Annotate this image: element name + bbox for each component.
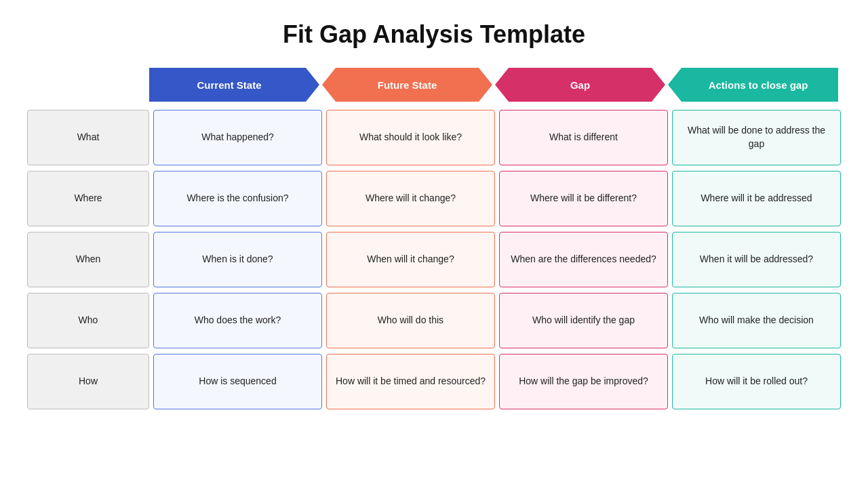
cell-when-gap: When are the differences needed? — [499, 232, 668, 287]
cell-when-current: When is it done? — [153, 232, 322, 287]
cell-how-gap: How will the gap be improved? — [499, 354, 668, 409]
cell-who-gap: Who will identify the gap — [499, 293, 668, 348]
row-label-where: Where — [27, 171, 149, 226]
header-row: Current State Future State Gap Actions t… — [27, 68, 841, 102]
cell-what-current: What happened? — [153, 110, 322, 165]
row-label-how: How — [27, 354, 149, 409]
cell-where-actions: Where will it be addressed — [672, 171, 841, 226]
current-state-label: Current State — [197, 79, 261, 91]
cell-where-future: Where will it change? — [326, 171, 495, 226]
cell-when-actions: When it will be addressed? — [672, 232, 841, 287]
row-label-what: What — [27, 110, 149, 165]
table-row: What What happened? What should it look … — [27, 110, 841, 165]
cell-how-actions: How will it be rolled out? — [672, 354, 841, 409]
actions-label: Actions to close gap — [709, 79, 808, 91]
cell-when-future: When will it change? — [326, 232, 495, 287]
template-container: Current State Future State Gap Actions t… — [27, 68, 841, 409]
header-empty-cell — [27, 68, 149, 102]
cell-who-current: Who does the work? — [153, 293, 322, 348]
header-actions: Actions to close gap — [668, 68, 838, 102]
cell-how-future: How will it be timed and resourced? — [326, 354, 495, 409]
header-current-state: Current State — [149, 68, 319, 102]
table-row: Where Where is the confusion? Where will… — [27, 171, 841, 226]
future-state-label: Future State — [378, 79, 437, 91]
header-gap: Gap — [495, 68, 665, 102]
table-row: How How is sequenced How will it be time… — [27, 354, 841, 409]
table-row: Who Who does the work? Who will do this … — [27, 293, 841, 348]
page-title: Fit Gap Analysis Template — [283, 20, 585, 49]
row-label-when: When — [27, 232, 149, 287]
cell-what-gap: What is different — [499, 110, 668, 165]
cell-what-future: What should it look like? — [326, 110, 495, 165]
cell-how-current: How is sequenced — [153, 354, 322, 409]
cell-who-actions: Who will make the decision — [672, 293, 841, 348]
table-row: When When is it done? When will it chang… — [27, 232, 841, 287]
cell-what-actions: What will be done to address the gap — [672, 110, 841, 165]
gap-label: Gap — [570, 79, 590, 91]
row-label-who: Who — [27, 293, 149, 348]
cell-where-current: Where is the confusion? — [153, 171, 322, 226]
header-future-state: Future State — [322, 68, 492, 102]
cell-where-gap: Where will it be different? — [499, 171, 668, 226]
data-rows: What What happened? What should it look … — [27, 110, 841, 409]
cell-who-future: Who will do this — [326, 293, 495, 348]
